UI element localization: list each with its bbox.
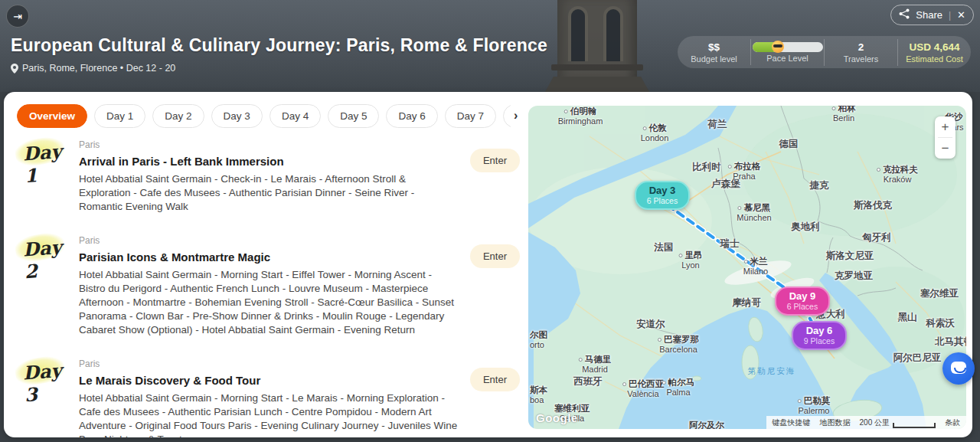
stat-budget[interactable]: $$ Budget level [678, 39, 750, 66]
zoom-in-button[interactable]: + [935, 116, 956, 137]
tab-overview[interactable]: Overview [17, 104, 87, 128]
keyboard-shortcuts-link[interactable]: 键盘快捷键 [773, 417, 811, 428]
tab-day-1[interactable]: Day 1 [94, 104, 145, 128]
google-maps-logo: Google [536, 411, 578, 424]
day-title: Parisian Icons & Montmartre Magic [79, 250, 459, 264]
map-marker-day-6[interactable]: Day 69 Places [792, 321, 847, 350]
share-close-pill: Share | ✕ [890, 5, 974, 25]
day-title: Le Marais Discovery & Food Tour [79, 374, 459, 387]
tabs-scroll-right-chevron[interactable]: › [514, 109, 518, 123]
day-city: Paris [79, 139, 459, 152]
enter-day-button[interactable]: Enter [470, 368, 520, 391]
map-zoom-control: + − [935, 116, 956, 159]
tab-day-3[interactable]: Day 3 [211, 104, 263, 128]
tab-day-6[interactable]: Day 6 [386, 104, 437, 128]
enter-day-button[interactable]: Enter [470, 244, 520, 268]
trip-header: ⇥ European Cultural & Culinary Journey: … [0, 0, 980, 92]
stat-estimated-cost: USD 4,644 Estimated Cost [897, 39, 971, 66]
header-tower-photo [536, 0, 658, 92]
collapse-sidebar-button[interactable]: ⇥ [6, 5, 29, 28]
day-label: Day 2 [21, 235, 79, 337]
location-pin-icon [11, 64, 18, 74]
map-marker-day-3[interactable]: Day 36 Places [635, 181, 690, 210]
itinerary-panel: OverviewDay 1Day 2Day 3Day 4Day 5Day 6Da… [4, 92, 972, 437]
trip-subtitle: Paris, Rome, Florence • Dec 12 - 20 [11, 63, 175, 74]
travelers-value: 2 [825, 41, 897, 54]
pace-label: Pace Level [751, 54, 824, 63]
day-city: Paris [79, 359, 459, 372]
enter-day-button[interactable]: Enter [470, 149, 520, 172]
share-button[interactable]: Share [916, 9, 942, 21]
tab-day-7[interactable]: Day 7 [445, 104, 496, 128]
tab-day-5[interactable]: Day 5 [328, 104, 379, 128]
day-label: Day 3 [21, 359, 79, 437]
day-card: Day 3 Paris Le Marais Discovery & Food T… [21, 359, 520, 437]
map-marker-day-9[interactable]: Day 96 Places [775, 286, 830, 316]
map-scale: 200 公里 [860, 417, 936, 428]
share-icon[interactable] [899, 8, 910, 21]
day-summary: Hotel Abbatial Saint Germain - Morning S… [79, 391, 459, 437]
tab-day-8[interactable]: Day 8 [503, 104, 511, 128]
chat-bubble-icon [951, 362, 966, 374]
stat-travelers[interactable]: 2 Travelers [824, 39, 897, 66]
trip-subtitle-text: Paris, Rome, Florence • Dec 12 - 20 [22, 63, 175, 74]
map-data-link[interactable]: 地图数据 [820, 417, 851, 428]
map-scale-bar [893, 423, 936, 428]
day-list: Day 1 Paris Arrival in Paris - Left Bank… [21, 139, 520, 437]
day-city: Paris [79, 235, 459, 248]
trip-map[interactable]: 伯明翰Birmingham伦敦London柏林Berlin华沙Wars荷兰德国比… [528, 106, 966, 429]
chat-support-button[interactable] [942, 352, 975, 385]
cost-value: USD 4,644 [898, 41, 971, 54]
stat-pace[interactable]: Pace Level [750, 39, 824, 65]
map-base-graphic [528, 106, 966, 429]
day-card: Day 2 Paris Parisian Icons & Montmartre … [21, 235, 520, 337]
budget-label: Budget level [678, 54, 750, 64]
day-summary: Hotel Abbatial Saint Germain - Check-in … [79, 172, 459, 214]
budget-value: $$ [678, 41, 750, 54]
day-card: Day 1 Paris Arrival in Paris - Left Bank… [21, 139, 520, 214]
day-tabs: OverviewDay 1Day 2Day 3Day 4Day 5Day 6Da… [17, 104, 511, 129]
page-title: European Cultural & Culinary Journey: Pa… [11, 35, 547, 56]
close-icon[interactable]: ✕ [957, 9, 965, 21]
day-label: Day 1 [21, 139, 79, 214]
pace-slider[interactable] [753, 42, 823, 52]
tab-day-4[interactable]: Day 4 [270, 104, 321, 128]
travelers-label: Travelers [825, 54, 897, 64]
sunglasses-emoji-thumb[interactable] [772, 41, 784, 53]
day-title: Arrival in Paris - Left Bank Immersion [79, 155, 459, 168]
trip-stats-bar: $$ Budget level Pace Level 2 Travelers U… [678, 36, 971, 68]
terms-link[interactable]: 条款 [945, 417, 960, 428]
map-attribution-bar: 键盘快捷键 地图数据 200 公里 条款 [766, 416, 966, 429]
cost-label: Estimated Cost [898, 54, 971, 64]
day-summary: Hotel Abbatial Saint Germain - Morning S… [79, 268, 459, 337]
share-divider: | [949, 10, 951, 21]
tab-day-2[interactable]: Day 2 [152, 104, 204, 128]
zoom-out-button[interactable]: − [935, 138, 956, 159]
